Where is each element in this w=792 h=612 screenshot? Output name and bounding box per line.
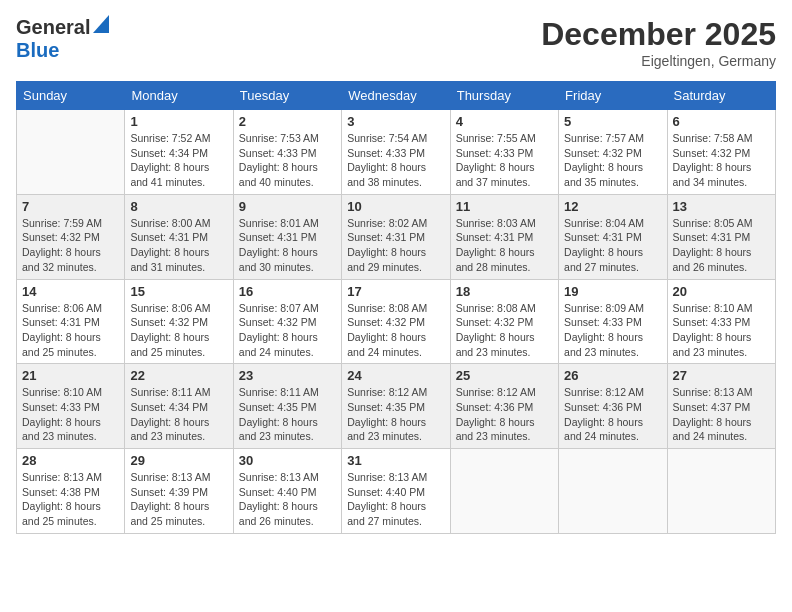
day-info: Sunrise: 7:52 AM Sunset: 4:34 PM Dayligh…	[130, 131, 227, 190]
day-info: Sunrise: 8:13 AM Sunset: 4:37 PM Dayligh…	[673, 385, 770, 444]
weekday-header-saturday: Saturday	[667, 82, 775, 110]
calendar-cell: 18Sunrise: 8:08 AM Sunset: 4:32 PM Dayli…	[450, 279, 558, 364]
calendar-cell: 5Sunrise: 7:57 AM Sunset: 4:32 PM Daylig…	[559, 110, 667, 195]
location-subtitle: Eigeltingen, Germany	[541, 53, 776, 69]
calendar-cell: 12Sunrise: 8:04 AM Sunset: 4:31 PM Dayli…	[559, 194, 667, 279]
calendar-cell: 30Sunrise: 8:13 AM Sunset: 4:40 PM Dayli…	[233, 449, 341, 534]
day-info: Sunrise: 8:06 AM Sunset: 4:32 PM Dayligh…	[130, 301, 227, 360]
day-info: Sunrise: 7:59 AM Sunset: 4:32 PM Dayligh…	[22, 216, 119, 275]
day-info: Sunrise: 8:13 AM Sunset: 4:40 PM Dayligh…	[347, 470, 444, 529]
calendar-cell: 13Sunrise: 8:05 AM Sunset: 4:31 PM Dayli…	[667, 194, 775, 279]
logo: General Blue	[16, 16, 109, 62]
logo-general-text: General	[16, 16, 90, 39]
day-info: Sunrise: 8:06 AM Sunset: 4:31 PM Dayligh…	[22, 301, 119, 360]
day-number: 17	[347, 284, 444, 299]
calendar-cell: 2Sunrise: 7:53 AM Sunset: 4:33 PM Daylig…	[233, 110, 341, 195]
day-number: 27	[673, 368, 770, 383]
calendar-cell: 23Sunrise: 8:11 AM Sunset: 4:35 PM Dayli…	[233, 364, 341, 449]
calendar-cell: 9Sunrise: 8:01 AM Sunset: 4:31 PM Daylig…	[233, 194, 341, 279]
calendar-cell: 15Sunrise: 8:06 AM Sunset: 4:32 PM Dayli…	[125, 279, 233, 364]
day-info: Sunrise: 8:13 AM Sunset: 4:38 PM Dayligh…	[22, 470, 119, 529]
calendar-cell: 4Sunrise: 7:55 AM Sunset: 4:33 PM Daylig…	[450, 110, 558, 195]
calendar-cell: 20Sunrise: 8:10 AM Sunset: 4:33 PM Dayli…	[667, 279, 775, 364]
day-number: 2	[239, 114, 336, 129]
day-number: 8	[130, 199, 227, 214]
day-number: 19	[564, 284, 661, 299]
calendar-cell: 19Sunrise: 8:09 AM Sunset: 4:33 PM Dayli…	[559, 279, 667, 364]
calendar-week-row: 1Sunrise: 7:52 AM Sunset: 4:34 PM Daylig…	[17, 110, 776, 195]
day-number: 21	[22, 368, 119, 383]
calendar-cell: 28Sunrise: 8:13 AM Sunset: 4:38 PM Dayli…	[17, 449, 125, 534]
svg-marker-0	[93, 15, 109, 33]
weekday-header-thursday: Thursday	[450, 82, 558, 110]
calendar-table: SundayMondayTuesdayWednesdayThursdayFrid…	[16, 81, 776, 534]
calendar-cell: 22Sunrise: 8:11 AM Sunset: 4:34 PM Dayli…	[125, 364, 233, 449]
weekday-header-row: SundayMondayTuesdayWednesdayThursdayFrid…	[17, 82, 776, 110]
title-area: December 2025 Eigeltingen, Germany	[541, 16, 776, 69]
weekday-header-wednesday: Wednesday	[342, 82, 450, 110]
day-info: Sunrise: 8:01 AM Sunset: 4:31 PM Dayligh…	[239, 216, 336, 275]
calendar-cell: 16Sunrise: 8:07 AM Sunset: 4:32 PM Dayli…	[233, 279, 341, 364]
calendar-cell	[450, 449, 558, 534]
day-info: Sunrise: 8:08 AM Sunset: 4:32 PM Dayligh…	[347, 301, 444, 360]
day-number: 28	[22, 453, 119, 468]
calendar-cell: 31Sunrise: 8:13 AM Sunset: 4:40 PM Dayli…	[342, 449, 450, 534]
day-number: 25	[456, 368, 553, 383]
day-number: 12	[564, 199, 661, 214]
calendar-cell: 7Sunrise: 7:59 AM Sunset: 4:32 PM Daylig…	[17, 194, 125, 279]
calendar-cell: 10Sunrise: 8:02 AM Sunset: 4:31 PM Dayli…	[342, 194, 450, 279]
calendar-cell: 26Sunrise: 8:12 AM Sunset: 4:36 PM Dayli…	[559, 364, 667, 449]
day-info: Sunrise: 8:05 AM Sunset: 4:31 PM Dayligh…	[673, 216, 770, 275]
day-number: 3	[347, 114, 444, 129]
day-info: Sunrise: 8:10 AM Sunset: 4:33 PM Dayligh…	[22, 385, 119, 444]
day-info: Sunrise: 8:07 AM Sunset: 4:32 PM Dayligh…	[239, 301, 336, 360]
day-info: Sunrise: 7:53 AM Sunset: 4:33 PM Dayligh…	[239, 131, 336, 190]
day-info: Sunrise: 8:08 AM Sunset: 4:32 PM Dayligh…	[456, 301, 553, 360]
day-number: 24	[347, 368, 444, 383]
calendar-cell: 21Sunrise: 8:10 AM Sunset: 4:33 PM Dayli…	[17, 364, 125, 449]
day-number: 15	[130, 284, 227, 299]
day-number: 30	[239, 453, 336, 468]
calendar-cell	[559, 449, 667, 534]
calendar-week-row: 14Sunrise: 8:06 AM Sunset: 4:31 PM Dayli…	[17, 279, 776, 364]
calendar-week-row: 21Sunrise: 8:10 AM Sunset: 4:33 PM Dayli…	[17, 364, 776, 449]
weekday-header-monday: Monday	[125, 82, 233, 110]
calendar-cell: 27Sunrise: 8:13 AM Sunset: 4:37 PM Dayli…	[667, 364, 775, 449]
calendar-cell	[667, 449, 775, 534]
day-info: Sunrise: 8:11 AM Sunset: 4:34 PM Dayligh…	[130, 385, 227, 444]
day-number: 11	[456, 199, 553, 214]
calendar-cell: 1Sunrise: 7:52 AM Sunset: 4:34 PM Daylig…	[125, 110, 233, 195]
day-number: 18	[456, 284, 553, 299]
day-number: 9	[239, 199, 336, 214]
calendar-cell: 29Sunrise: 8:13 AM Sunset: 4:39 PM Dayli…	[125, 449, 233, 534]
month-title: December 2025	[541, 16, 776, 53]
day-info: Sunrise: 8:12 AM Sunset: 4:36 PM Dayligh…	[456, 385, 553, 444]
calendar-cell	[17, 110, 125, 195]
day-info: Sunrise: 7:57 AM Sunset: 4:32 PM Dayligh…	[564, 131, 661, 190]
day-number: 10	[347, 199, 444, 214]
day-info: Sunrise: 8:10 AM Sunset: 4:33 PM Dayligh…	[673, 301, 770, 360]
day-number: 14	[22, 284, 119, 299]
calendar-cell: 24Sunrise: 8:12 AM Sunset: 4:35 PM Dayli…	[342, 364, 450, 449]
day-number: 26	[564, 368, 661, 383]
day-number: 16	[239, 284, 336, 299]
calendar-cell: 6Sunrise: 7:58 AM Sunset: 4:32 PM Daylig…	[667, 110, 775, 195]
day-number: 4	[456, 114, 553, 129]
day-info: Sunrise: 8:13 AM Sunset: 4:40 PM Dayligh…	[239, 470, 336, 529]
day-info: Sunrise: 8:11 AM Sunset: 4:35 PM Dayligh…	[239, 385, 336, 444]
day-info: Sunrise: 7:54 AM Sunset: 4:33 PM Dayligh…	[347, 131, 444, 190]
day-info: Sunrise: 7:58 AM Sunset: 4:32 PM Dayligh…	[673, 131, 770, 190]
day-number: 1	[130, 114, 227, 129]
calendar-cell: 8Sunrise: 8:00 AM Sunset: 4:31 PM Daylig…	[125, 194, 233, 279]
day-info: Sunrise: 8:02 AM Sunset: 4:31 PM Dayligh…	[347, 216, 444, 275]
day-number: 13	[673, 199, 770, 214]
day-info: Sunrise: 8:03 AM Sunset: 4:31 PM Dayligh…	[456, 216, 553, 275]
day-info: Sunrise: 7:55 AM Sunset: 4:33 PM Dayligh…	[456, 131, 553, 190]
calendar-cell: 25Sunrise: 8:12 AM Sunset: 4:36 PM Dayli…	[450, 364, 558, 449]
day-number: 22	[130, 368, 227, 383]
day-info: Sunrise: 8:12 AM Sunset: 4:36 PM Dayligh…	[564, 385, 661, 444]
day-info: Sunrise: 8:09 AM Sunset: 4:33 PM Dayligh…	[564, 301, 661, 360]
calendar-week-row: 7Sunrise: 7:59 AM Sunset: 4:32 PM Daylig…	[17, 194, 776, 279]
day-number: 20	[673, 284, 770, 299]
day-info: Sunrise: 8:00 AM Sunset: 4:31 PM Dayligh…	[130, 216, 227, 275]
